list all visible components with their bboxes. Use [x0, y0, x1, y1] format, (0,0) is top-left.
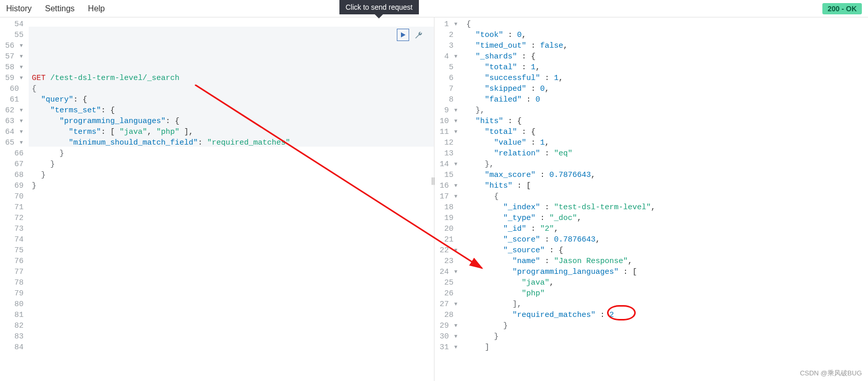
request-gutter: 545556 ▾57 ▾58 ▾59 ▾60 61 62 ▾63 ▾64 ▾65…	[0, 17, 29, 381]
request-options-button[interactable]	[412, 29, 425, 41]
wrench-icon	[414, 31, 422, 39]
send-request-tooltip: Click to send request	[339, 0, 419, 14]
response-code[interactable]: { "took" : 0, "timed_out" : false, "_sha…	[463, 17, 869, 381]
status-badge: 200 - OK	[822, 3, 862, 14]
response-gutter: 1 ▾2 3 4 ▾5 6 7 8 9 ▾10 ▾11 ▾12 13 14 ▾1…	[435, 17, 463, 381]
split-panes: 545556 ▾57 ▾58 ▾59 ▾60 61 62 ▾63 ▾64 ▾65…	[0, 17, 868, 381]
request-actions	[397, 29, 425, 41]
menu-help[interactable]: Help	[88, 4, 105, 13]
menu-settings[interactable]: Settings	[45, 4, 75, 13]
send-request-button[interactable]	[397, 29, 409, 41]
request-editor[interactable]: 545556 ▾57 ▾58 ▾59 ▾60 61 62 ▾63 ▾64 ▾65…	[0, 17, 434, 381]
request-code[interactable]: GET /test-dsl-term-level/_search{ "query…	[29, 17, 434, 381]
response-viewer[interactable]: 1 ▾2 3 4 ▾5 6 7 8 9 ▾10 ▾11 ▾12 13 14 ▾1…	[435, 17, 869, 381]
menu-bar: History Settings Help 200 - OK	[0, 0, 868, 17]
watermark: CSDN @乘风破BUG	[800, 369, 862, 378]
menu-history[interactable]: History	[6, 4, 32, 13]
play-icon	[400, 32, 406, 38]
svg-marker-0	[401, 32, 406, 37]
